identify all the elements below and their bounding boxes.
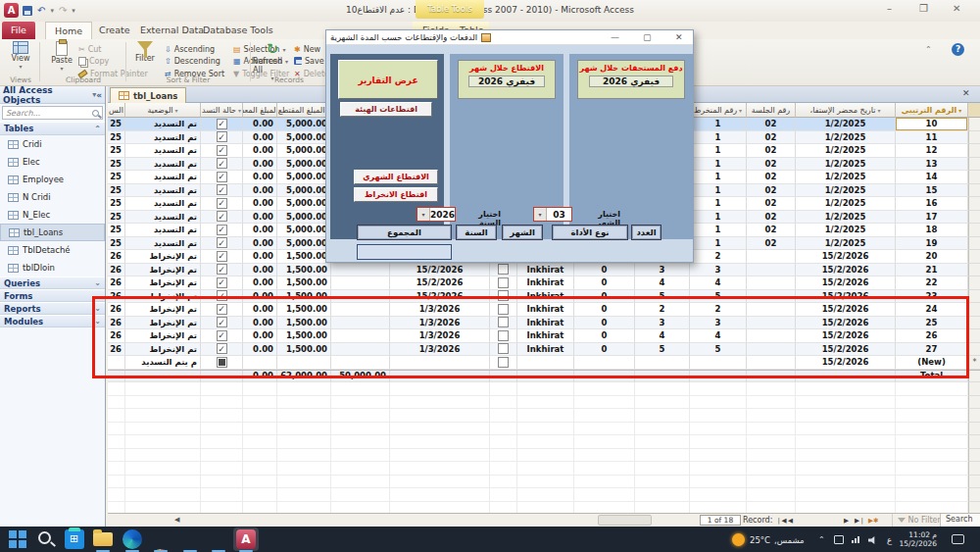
cell-paid[interactable]: ✓ xyxy=(201,224,243,237)
record-selector[interactable] xyxy=(968,211,980,225)
checkbox-checked[interactable]: ✓ xyxy=(217,131,227,142)
count-button[interactable]: العدد xyxy=(631,225,662,240)
cell-paid[interactable]: ✓ xyxy=(201,197,243,211)
cell-seq[interactable]: 17 xyxy=(896,211,968,225)
close-tab-icon[interactable]: ✕ xyxy=(962,88,970,98)
language-indicator[interactable]: ع xyxy=(887,535,892,545)
file-explorer-icon[interactable] xyxy=(93,529,113,549)
record-selector[interactable] xyxy=(968,303,980,317)
cell-deducted[interactable]: 1,500.00 xyxy=(277,250,331,264)
checkbox-checked[interactable]: ✓ xyxy=(217,237,227,248)
taskbar-search-icon[interactable] xyxy=(36,529,56,549)
cell-deducted[interactable]: 5,000.00 xyxy=(277,158,331,172)
nav-group-modules[interactable]: Modules⌄ xyxy=(0,315,105,327)
record-selector[interactable] xyxy=(968,329,980,343)
store-icon[interactable] xyxy=(65,529,84,549)
cell-session[interactable]: 02 xyxy=(747,224,796,237)
record-selector[interactable] xyxy=(968,423,980,436)
col-header-exempt[interactable]: ▾المبلغ المعف xyxy=(243,103,277,118)
no-filter-indicator[interactable]: No Filter xyxy=(898,516,941,525)
cell-year[interactable]: 25 xyxy=(108,118,125,131)
record-selector[interactable] xyxy=(968,250,980,264)
collapse-group-icon[interactable]: ⌃ xyxy=(94,125,101,133)
cell-status[interactable]: تم التسديد xyxy=(125,237,201,251)
cell-seq[interactable]: 14 xyxy=(896,171,968,184)
cell-seq[interactable]: 22 xyxy=(896,276,968,290)
shutter-close-icon[interactable]: « xyxy=(96,90,102,100)
cell-member[interactable]: 1 xyxy=(690,158,747,172)
header-corner[interactable] xyxy=(968,103,980,118)
cell-year[interactable]: 25 xyxy=(108,131,125,145)
cell-exempt[interactable]: 0.00 xyxy=(243,237,277,251)
descending-button[interactable]: ⇧Descending xyxy=(165,55,220,67)
sum-button[interactable]: المجموع xyxy=(357,225,452,240)
form-close-button[interactable]: ✕ xyxy=(675,32,683,42)
col-header-member[interactable]: ▾رقم المنخرط xyxy=(690,103,747,118)
popup-form-title-bar[interactable]: الدفعات والإقتطاعات حسب المدة الشهرية — … xyxy=(326,30,693,45)
cell-paid[interactable]: ✓ xyxy=(201,131,243,145)
cell-status[interactable]: تم التسديد xyxy=(125,184,201,198)
cell-status[interactable]: تم التسديد xyxy=(125,158,201,172)
cell-date1[interactable]: 15/2/2026 xyxy=(796,276,896,290)
cell-deducted[interactable]: 5,000.00 xyxy=(277,131,331,145)
cell-session[interactable]: 02 xyxy=(747,118,796,131)
notification-center-icon[interactable] xyxy=(952,534,964,544)
cell-date1[interactable]: 1/2/2025 xyxy=(796,184,896,198)
show-reports-button[interactable]: عرض التقارير xyxy=(338,60,438,99)
close-button[interactable]: ✕ xyxy=(953,3,960,14)
record-selector[interactable] xyxy=(968,435,980,449)
new-record-button[interactable]: ✱New xyxy=(294,43,320,55)
checkbox-checked[interactable]: ✓ xyxy=(217,277,227,288)
month-button[interactable]: الشهر xyxy=(502,225,543,240)
cell-seq[interactable]: 16 xyxy=(896,197,968,211)
edge-icon[interactable] xyxy=(122,529,142,549)
nav-group-forms[interactable]: Forms⌄ xyxy=(0,289,105,302)
record-selector[interactable] xyxy=(968,158,980,172)
org-deductions-button[interactable]: اقتطاعات الهيئة xyxy=(340,102,432,117)
record-selector[interactable] xyxy=(968,502,980,514)
nav-table-item[interactable]: N_Elec xyxy=(0,206,105,224)
record-selector[interactable] xyxy=(968,144,980,158)
cell-inkhirat[interactable]: Inkhirat xyxy=(517,276,574,290)
cell-status[interactable]: تم التسديد xyxy=(125,131,201,145)
cell-date2[interactable]: 15/2/2026 xyxy=(390,264,490,277)
cell-date1[interactable]: 1/2/2025 xyxy=(796,131,896,145)
cell-date1[interactable]: 1/2/2025 xyxy=(796,158,896,172)
nav-group-tables[interactable]: Tables ⌃ xyxy=(0,122,105,135)
cell-year[interactable]: 25 xyxy=(108,158,125,172)
tab-file[interactable]: File xyxy=(2,22,35,39)
cell-deducted[interactable]: 5,000.00 xyxy=(277,118,331,131)
cell-chk2[interactable] xyxy=(490,264,517,277)
cell-member[interactable]: 1 xyxy=(690,237,747,251)
nav-group-queries[interactable]: Queries⌄ xyxy=(0,276,105,289)
cell-exempt[interactable]: 0.00 xyxy=(243,264,277,277)
cell-session[interactable]: 02 xyxy=(747,211,796,225)
cell-member[interactable]: 1 xyxy=(690,197,747,211)
weather-sun-icon[interactable] xyxy=(732,533,745,546)
cell-session[interactable]: 02 xyxy=(747,237,796,251)
weather-temp[interactable]: 25°C xyxy=(750,535,770,545)
record-selector[interactable] xyxy=(968,276,980,290)
save-record-button[interactable]: Save xyxy=(294,55,324,67)
cell-session[interactable]: 02 xyxy=(747,197,796,211)
cell-exempt[interactable]: 0.00 xyxy=(243,250,277,264)
clock[interactable]: 11:02 م 15/2/2026 xyxy=(898,530,937,548)
cell-deducted[interactable]: 5,000.00 xyxy=(277,211,331,225)
checkbox-checked[interactable]: ✓ xyxy=(217,198,227,209)
record-selector[interactable]: * xyxy=(968,356,980,370)
col-header-status[interactable]: ▾الوضعية xyxy=(125,103,201,118)
tab-tbl-loans[interactable]: tbl_Loans xyxy=(110,87,186,103)
record-selector[interactable] xyxy=(968,476,980,489)
cell-seq[interactable]: 13 xyxy=(896,158,968,172)
cell-date2[interactable]: 15/2/2026 xyxy=(390,276,490,290)
cell-status[interactable]: تم التسديد xyxy=(125,144,201,158)
record-selector[interactable] xyxy=(968,264,980,277)
cell-exempt[interactable]: 0.00 xyxy=(243,158,277,172)
next-record-icon[interactable]: ▶ xyxy=(844,517,849,525)
cell-deducted[interactable]: 5,000.00 xyxy=(277,237,331,251)
nav-group-reports[interactable]: Reports⌄ xyxy=(0,302,105,315)
cell-paid[interactable]: ✓ xyxy=(201,211,243,225)
speaker-icon[interactable] xyxy=(868,536,877,544)
record-selector[interactable] xyxy=(968,184,980,198)
tool-type-button[interactable]: نوع الأداة xyxy=(552,225,628,240)
